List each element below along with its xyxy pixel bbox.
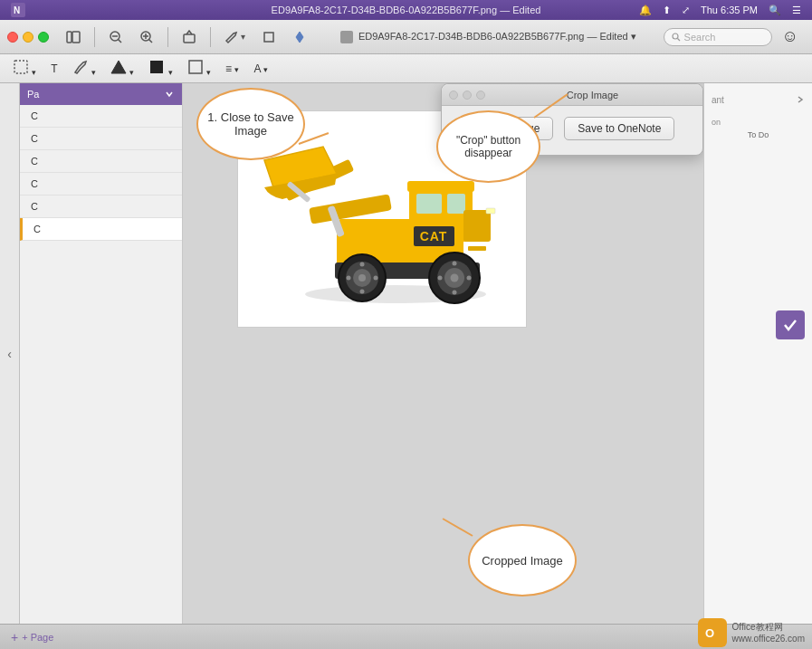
svg-line-5 bbox=[119, 39, 122, 43]
page-item-6[interactable]: C bbox=[20, 218, 182, 241]
svg-rect-11 bbox=[184, 34, 195, 43]
page-item-3[interactable]: C bbox=[20, 150, 182, 173]
right-panel-top: ant on bbox=[712, 91, 805, 127]
svg-text:CAT: CAT bbox=[420, 229, 448, 243]
svg-point-39 bbox=[374, 276, 378, 281]
zoom-in-button[interactable] bbox=[133, 26, 160, 48]
title-bar-right: 🔔 ⬆ ⤢ Thu 6:35 PM 🔍 ☰ bbox=[639, 5, 801, 16]
statusbar: + + Page O Office教程网 www.office26.com bbox=[0, 624, 812, 649]
text-tool-button[interactable]: T bbox=[45, 60, 62, 78]
svg-line-8 bbox=[149, 39, 153, 43]
fullscreen-icon[interactable]: ⤢ bbox=[682, 5, 690, 16]
share-icon[interactable]: ⬆ bbox=[663, 5, 671, 16]
save-to-onenote-button[interactable]: Save to OneNote bbox=[564, 117, 674, 140]
svg-rect-12 bbox=[264, 33, 273, 42]
svg-rect-25 bbox=[407, 181, 474, 192]
align-button[interactable]: ≡ ▾ bbox=[220, 60, 244, 78]
search-icon[interactable]: 🔍 bbox=[769, 5, 781, 16]
sidebar-collapse-arrow[interactable]: ‹ bbox=[7, 347, 12, 361]
svg-rect-13 bbox=[340, 31, 353, 43]
on-label: on bbox=[712, 118, 805, 127]
svg-rect-53 bbox=[486, 208, 495, 214]
annotation-text-1: 1. Close to Save Image bbox=[198, 110, 303, 138]
svg-point-37 bbox=[360, 290, 365, 294]
svg-rect-23 bbox=[416, 194, 442, 214]
expand-arrow-icon[interactable] bbox=[164, 89, 175, 100]
border-button[interactable]: ▾ bbox=[182, 56, 216, 81]
annotation-bubble-3: Cropped Image bbox=[468, 524, 577, 597]
dialog-minimize-dot[interactable] bbox=[463, 91, 472, 100]
toolbar: ▾ ED9A9FA8-2C17-D34B-BDB6-0A922B5B677F.p… bbox=[0, 20, 812, 54]
page-item-4[interactable]: C bbox=[20, 173, 182, 196]
svg-rect-50 bbox=[465, 215, 489, 218]
annotation-bubble-1: 1. Close to Save Image bbox=[196, 88, 305, 160]
notification-icon[interactable]: 🔔 bbox=[639, 5, 652, 16]
traffic-lights bbox=[7, 32, 49, 43]
zoom-out-button[interactable] bbox=[102, 26, 129, 48]
onenote-icon: N bbox=[11, 3, 25, 17]
dialog-zoom-dot[interactable] bbox=[476, 91, 485, 100]
watermark-icon: O bbox=[698, 618, 727, 647]
svg-rect-52 bbox=[465, 225, 489, 229]
title-bar: N ED9A9FA8-2C17-D34B-BDB6-0A922B5B677F.p… bbox=[0, 0, 812, 20]
todo-label: To Do bbox=[748, 130, 769, 139]
svg-point-43 bbox=[451, 274, 459, 282]
draw-tool-button[interactable]: ▾ bbox=[67, 56, 101, 81]
page-item-5[interactable]: C bbox=[20, 196, 182, 218]
minimize-button[interactable] bbox=[23, 32, 33, 43]
add-page-button[interactable]: + + Page bbox=[11, 630, 53, 644]
right-panel: ant on To Do bbox=[703, 83, 812, 624]
svg-rect-18 bbox=[150, 61, 163, 73]
divider2 bbox=[167, 27, 168, 47]
todo-button[interactable] bbox=[776, 310, 805, 339]
pen-tool-button[interactable]: ▾ bbox=[218, 26, 252, 48]
onenote-pages-list: C C C C C C bbox=[20, 105, 182, 624]
section-label: Pa bbox=[27, 89, 39, 100]
font-button[interactable]: A ▾ bbox=[248, 60, 273, 78]
svg-rect-51 bbox=[465, 220, 489, 224]
divider3 bbox=[210, 27, 211, 47]
emoji-button[interactable]: ☺ bbox=[776, 24, 805, 50]
close-button[interactable] bbox=[7, 32, 18, 43]
share-button[interactable] bbox=[176, 26, 203, 48]
time-display: Thu 6:35 PM bbox=[701, 5, 758, 15]
filename-area: ED9A9FA8-2C17-D34B-BDB6-0A922B5B677F.png… bbox=[317, 31, 660, 43]
crop-tool-button[interactable] bbox=[255, 26, 282, 48]
expand-right-icon[interactable] bbox=[796, 95, 805, 104]
svg-point-36 bbox=[360, 262, 365, 267]
onenote-panel: Pa C C C C C C bbox=[20, 83, 183, 624]
page-item-1[interactable]: C bbox=[20, 105, 182, 128]
svg-rect-54 bbox=[468, 246, 486, 251]
svg-point-44 bbox=[453, 262, 457, 266]
dialog-close-dot[interactable] bbox=[449, 91, 458, 100]
sidebar-toggle-button[interactable] bbox=[60, 26, 87, 48]
svg-rect-24 bbox=[447, 194, 465, 214]
svg-text:O: O bbox=[705, 626, 714, 640]
select-tool-button[interactable]: ▾ bbox=[7, 56, 42, 81]
page-item-2[interactable]: C bbox=[20, 128, 182, 150]
left-sidebar: ‹ bbox=[0, 83, 20, 624]
svg-marker-17 bbox=[111, 61, 126, 73]
watermark-text: Office教程网 www.office26.com bbox=[732, 621, 805, 644]
add-page-label: + Page bbox=[22, 632, 53, 643]
menu-icon[interactable]: ☰ bbox=[792, 5, 801, 16]
main-area: ‹ Pa C C C C C C 1. Close to Save Image … bbox=[0, 83, 812, 624]
search-box[interactable]: Search bbox=[664, 28, 772, 46]
title-bar-left: N bbox=[11, 3, 25, 17]
dialog-title-bar: Crop Image bbox=[442, 84, 702, 106]
fill-color-button[interactable]: ▾ bbox=[143, 56, 177, 81]
title-bar-filename: ED9A9FA8-2C17-D34B-BDB6-0A922B5B677F.png… bbox=[272, 5, 541, 15]
maximize-button[interactable] bbox=[38, 32, 49, 43]
search-placeholder: Search bbox=[684, 32, 716, 43]
ant-label: ant bbox=[712, 95, 724, 105]
highlight-button[interactable] bbox=[286, 26, 313, 48]
annotation-bubble-2: "Crop" button disappear bbox=[436, 110, 540, 183]
onenote-header: Pa bbox=[20, 83, 182, 105]
svg-point-35 bbox=[358, 274, 366, 282]
svg-point-46 bbox=[438, 276, 443, 281]
annotation-text-3: Cropped Image bbox=[482, 554, 563, 568]
search-icon-toolbar bbox=[672, 33, 681, 42]
svg-rect-19 bbox=[189, 61, 202, 73]
shape-tool-button[interactable]: ▾ bbox=[105, 56, 139, 81]
filename-label: ED9A9FA8-2C17-D34B-BDB6-0A922B5B677F.png… bbox=[358, 31, 636, 43]
